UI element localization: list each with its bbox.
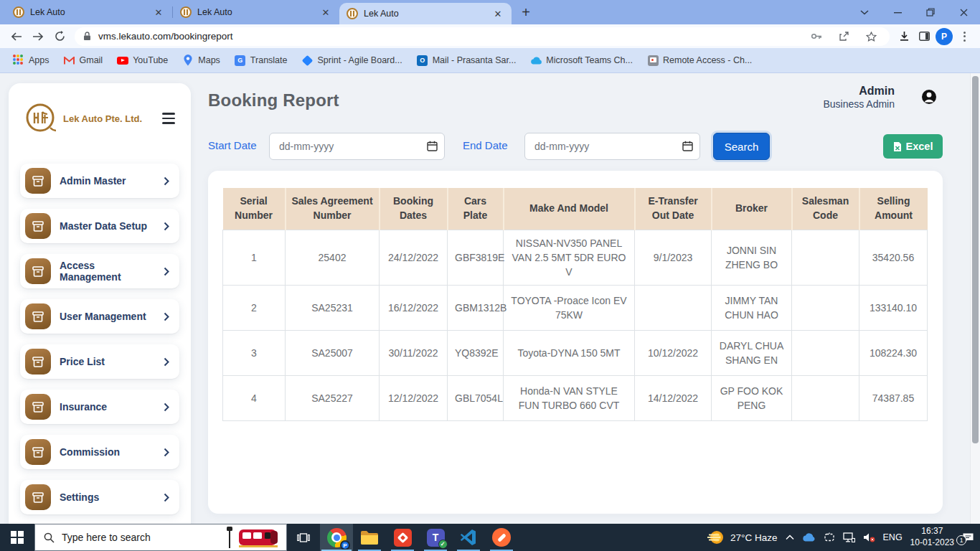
sidebar-item-insurance[interactable]: Insurance <box>20 390 179 424</box>
excel-file-icon <box>893 141 902 152</box>
refresh-icon[interactable] <box>49 27 70 47</box>
cell <box>792 376 859 421</box>
bookmark-translate[interactable]: G Translate <box>229 52 293 69</box>
hamburger-menu-icon[interactable] <box>159 110 178 127</box>
outlook-icon: O <box>417 55 428 66</box>
taskbar-chrome-button[interactable]: P <box>320 524 353 551</box>
col-header: Selling Amount <box>859 188 928 230</box>
windows-logo-icon <box>11 531 24 544</box>
network-icon[interactable] <box>843 532 855 542</box>
cell: 30/11/2022 <box>380 331 448 376</box>
profile-avatar[interactable]: P <box>934 27 954 47</box>
cell: JONNI SIN ZHENG BO <box>712 230 792 286</box>
sidebar-item-access-management[interactable]: Access Management <box>20 254 179 288</box>
back-icon[interactable] <box>6 27 27 47</box>
side-panel-icon[interactable] <box>914 27 934 47</box>
window-restore-icon[interactable] <box>914 0 947 24</box>
jira-diamond-icon <box>302 55 314 66</box>
bookmark-youtube[interactable]: YouTube <box>111 52 174 69</box>
window-chevron-icon[interactable] <box>848 0 881 24</box>
forward-icon[interactable] <box>27 27 49 47</box>
gmail-icon <box>64 55 75 66</box>
sidebar-item-master-data-setup[interactable]: Master Data Setup <box>20 209 179 243</box>
browser-tabstrip: Lek Auto ✕ Lek Auto ✕ Lek Auto ✕ + <box>0 0 980 24</box>
bookmarks-bar: Apps Gmail YouTube Maps G Translate Spri… <box>0 48 980 73</box>
start-date-input[interactable] <box>269 133 445 160</box>
sidebar-item-price-list[interactable]: Price List <box>20 344 179 379</box>
taskbar-vscode-button[interactable] <box>452 524 485 551</box>
tab-3-active[interactable]: Lek Auto ✕ <box>339 3 512 24</box>
language-indicator[interactable]: ENG <box>883 532 903 542</box>
task-view-button[interactable] <box>287 524 320 551</box>
cell <box>792 230 859 286</box>
col-header: Salesman Code <box>792 188 859 230</box>
bookmark-teams[interactable]: Microsoft Teams Ch... <box>524 52 639 69</box>
weather-text: 27°C Haze <box>730 532 777 543</box>
remote-app-icon <box>394 529 412 547</box>
share-icon[interactable] <box>834 27 854 47</box>
sidebar-item-label: Settings <box>60 491 155 503</box>
taskbar-remote-app-button[interactable] <box>386 524 419 551</box>
cell: SA25227 <box>286 376 380 421</box>
page-scrollbar[interactable] <box>970 73 980 524</box>
taskbar-explorer-button[interactable] <box>353 524 386 551</box>
clock[interactable]: 16:37 10-01-2023 <box>910 526 954 548</box>
lekauto-favicon-icon <box>13 6 24 18</box>
user-avatar-icon[interactable] <box>921 89 937 108</box>
bookmark-sprint-agile-board[interactable]: Sprint - Agile Board... <box>296 52 408 69</box>
window-close-icon[interactable] <box>947 0 980 24</box>
search-button[interactable]: Search <box>713 133 770 160</box>
table-header-row: Serial Number Sales Agreement Number Boo… <box>223 188 928 230</box>
download-icon[interactable] <box>894 27 914 47</box>
sidebar-item-admin-master[interactable]: Admin Master <box>20 164 179 198</box>
tab-2[interactable]: Lek Auto ✕ <box>173 0 339 24</box>
weather-widget[interactable]: 27°C Haze <box>707 529 777 545</box>
excel-export-button[interactable]: Excel <box>883 134 943 159</box>
window-minimize-icon[interactable] <box>881 0 914 24</box>
calendar-icon[interactable] <box>427 141 438 151</box>
sidebar-item-settings[interactable]: Settings <box>20 480 179 514</box>
table-row: 1 25402 24/12/2022 GBF3819E NISSAN-NV350… <box>223 230 928 286</box>
tab-title: Lek Auto <box>30 7 146 17</box>
start-button[interactable] <box>0 524 34 551</box>
taskbar-search[interactable] <box>34 524 287 551</box>
sidebar-item-user-management[interactable]: User Management <box>20 299 179 334</box>
chevron-right-icon <box>164 357 169 367</box>
sidebar-item-commission[interactable]: Commission <box>20 435 179 469</box>
tab-1[interactable]: Lek Auto ✕ <box>6 0 172 24</box>
onedrive-cloud-icon[interactable] <box>802 533 816 542</box>
action-center-icon[interactable]: 1 <box>962 532 974 543</box>
tab-close-icon[interactable]: ✕ <box>319 6 332 19</box>
taskbar-postman-button[interactable] <box>485 524 518 551</box>
calendar-icon[interactable] <box>682 141 693 151</box>
tray-chevron-up-icon[interactable] <box>786 534 794 540</box>
lock-icon <box>83 32 91 41</box>
taskbar-teams-button[interactable]: T✓ <box>419 524 452 551</box>
scrollbar-thumb[interactable] <box>972 76 979 443</box>
system-tray: 27°C Haze ENG 16:37 10-01-2023 1 <box>707 524 980 551</box>
taskbar: P T✓ 27°C Haze ENG 16:37 10-01-2023 1 <box>0 524 980 551</box>
address-bar[interactable]: vms.lekauto.com/bookingreport <box>75 27 890 46</box>
tab-close-icon[interactable]: ✕ <box>491 7 504 20</box>
booking-report-table: Serial Number Sales Agreement Number Boo… <box>222 188 928 421</box>
bookmark-label: Remote Access - Ch... <box>663 55 752 65</box>
cell <box>635 286 712 331</box>
browser-toolbar: vms.lekauto.com/bookingreport P <box>0 24 980 48</box>
bookmark-outlook-mail[interactable]: O Mail - Prasanta Sar... <box>411 52 522 69</box>
screen-snip-icon[interactable] <box>824 532 835 542</box>
volume-muted-icon[interactable] <box>863 532 875 542</box>
bookmark-apps[interactable]: Apps <box>7 52 55 69</box>
col-header: Booking Dates <box>380 188 448 230</box>
cell: Toyota-DYNA 150 5MT <box>504 331 635 376</box>
bookmark-star-icon[interactable] <box>861 27 881 47</box>
bookmark-gmail[interactable]: Gmail <box>58 52 109 69</box>
bookmark-maps[interactable]: Maps <box>176 52 226 69</box>
password-key-icon[interactable] <box>806 27 826 47</box>
end-date-input[interactable] <box>524 133 700 160</box>
bookmark-remote-access[interactable]: Remote Access - Ch... <box>641 52 758 69</box>
brand-name: Lek Auto Pte. Ltd. <box>63 113 154 124</box>
teams-status-check-icon: ✓ <box>438 540 448 549</box>
tab-close-icon[interactable]: ✕ <box>152 6 165 19</box>
new-tab-button[interactable]: + <box>516 2 536 22</box>
browser-menu-icon[interactable] <box>954 27 974 47</box>
